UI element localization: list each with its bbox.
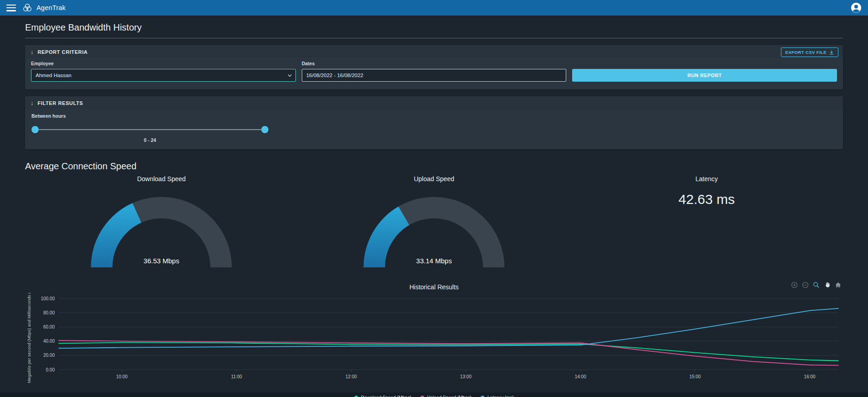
download-icon <box>829 50 834 55</box>
brand: AgenTrak <box>22 3 66 13</box>
run-report-field: RUN REPORT <box>572 61 837 82</box>
menu-icon[interactable] <box>6 5 16 11</box>
slider-handle-min[interactable] <box>31 126 39 133</box>
dates-field: Dates <box>302 61 567 82</box>
download-speed-title: Download Speed <box>25 175 298 183</box>
download-speed-gauge: 36.53 Mbps <box>88 192 234 270</box>
svg-text:11:00: 11:00 <box>231 374 243 379</box>
selection-zoom-icon[interactable] <box>812 281 820 289</box>
employee-select[interactable]: Ahmed Hassan <box>31 69 296 82</box>
export-csv-button[interactable]: EXPORT CSV FILE <box>781 47 838 57</box>
svg-text:13:00: 13:00 <box>460 374 471 379</box>
agentrak-logo-icon <box>22 3 32 13</box>
upload-speed-card: Upload Speed 33.14 Mbps <box>298 175 570 270</box>
slider-track[interactable] <box>32 129 268 130</box>
svg-text:80.00: 80.00 <box>43 310 55 315</box>
app-title: AgenTrak <box>36 4 66 11</box>
employee-field: Employee Ahmed Hassan <box>31 61 296 82</box>
svg-text:0.00: 0.00 <box>46 367 55 372</box>
slider-handle-max[interactable] <box>261 126 269 133</box>
filter-results-panel: ↓ FILTER RESULTS Between hours 0 - 24 <box>25 96 843 149</box>
svg-text:Megabits per second (Mbps) and: Megabits per second (Mbps) and Milliseco… <box>26 293 31 383</box>
svg-text:14:00: 14:00 <box>575 374 586 379</box>
legend-label-upload: Upload Speed (Mbps) <box>427 395 471 397</box>
upload-speed-gauge: 33.14 Mbps <box>361 192 507 270</box>
collapse-arrow-icon[interactable]: ↓ <box>31 100 34 106</box>
svg-text:60.00: 60.00 <box>43 324 55 329</box>
run-report-button[interactable]: RUN REPORT <box>572 69 837 82</box>
page-title: Employee Bandwidth History <box>25 16 843 38</box>
collapse-arrow-icon[interactable]: ↓ <box>31 49 34 55</box>
chevron-down-icon <box>287 73 292 78</box>
report-criteria-title: REPORT CRITERIA <box>38 49 88 55</box>
home-icon[interactable] <box>834 281 842 289</box>
latency-title: Latency <box>570 175 843 183</box>
legend-item-upload[interactable]: Upload Speed (Mbps) <box>420 395 471 397</box>
legend-label-latency: Latency (ms) <box>487 395 514 397</box>
svg-text:10:00: 10:00 <box>116 374 128 379</box>
latency-card: Latency 42.63 ms <box>570 175 843 270</box>
download-speed-card: Download Speed 36.53 Mbps <box>25 175 298 270</box>
svg-text:15:00: 15:00 <box>689 374 701 379</box>
app-bar: AgenTrak <box>0 0 868 16</box>
svg-text:40.00: 40.00 <box>43 339 55 344</box>
dates-input[interactable] <box>302 69 567 82</box>
pan-icon[interactable] <box>823 281 831 289</box>
hours-range-slider <box>31 126 269 133</box>
average-section-title: Average Connection Speed <box>25 161 843 172</box>
svg-text:16:00: 16:00 <box>804 374 816 379</box>
employee-label: Employee <box>31 61 296 66</box>
filter-results-title: FILTER RESULTS <box>38 100 83 106</box>
report-criteria-header: ↓ REPORT CRITERIA EXPORT CSV FILE <box>25 45 843 57</box>
hours-range-value: 0 - 24 <box>31 137 269 143</box>
report-criteria-form: Employee Ahmed Hassan Dates RUN REPORT <box>25 57 843 89</box>
legend-item-latency[interactable]: Latency (ms) <box>480 395 514 397</box>
between-hours-label: Between hours <box>31 113 837 119</box>
zoom-in-icon[interactable] <box>790 281 798 289</box>
svg-text:100.00: 100.00 <box>41 296 55 301</box>
filter-results-header: ↓ FILTER RESULTS <box>25 96 843 109</box>
upload-speed-value: 33.14 Mbps <box>361 257 507 265</box>
upload-speed-title: Upload Speed <box>298 175 570 183</box>
legend-label-download: Download Speed (Mbps) <box>361 395 411 397</box>
chart-legend: Download Speed (Mbps) Upload Speed (Mbps… <box>0 392 868 397</box>
legend-item-download[interactable]: Download Speed (Mbps) <box>354 395 411 397</box>
filter-results-body: Between hours 0 - 24 <box>25 109 843 149</box>
latency-value: 42.63 ms <box>570 192 843 207</box>
zoom-out-icon[interactable] <box>801 281 809 289</box>
user-avatar-icon[interactable] <box>851 2 862 13</box>
dates-label: Dates <box>302 61 567 66</box>
employee-select-value: Ahmed Hassan <box>36 73 72 78</box>
chart-toolbar <box>790 281 842 289</box>
averages-row: Download Speed 36.53 Mbps Upload Speed 3… <box>25 175 843 270</box>
report-criteria-panel: ↓ REPORT CRITERIA EXPORT CSV FILE Employ… <box>25 45 843 89</box>
historical-results-header: Historical Results <box>25 283 843 291</box>
historical-chart[interactable]: 0.0020.0040.0060.0080.00100.0010:0011:00… <box>25 293 843 390</box>
svg-text:12:00: 12:00 <box>346 374 357 379</box>
historical-results-title: Historical Results <box>409 283 459 291</box>
export-csv-label: EXPORT CSV FILE <box>785 50 827 55</box>
download-speed-value: 36.53 Mbps <box>88 257 234 265</box>
svg-text:20.00: 20.00 <box>43 353 55 358</box>
